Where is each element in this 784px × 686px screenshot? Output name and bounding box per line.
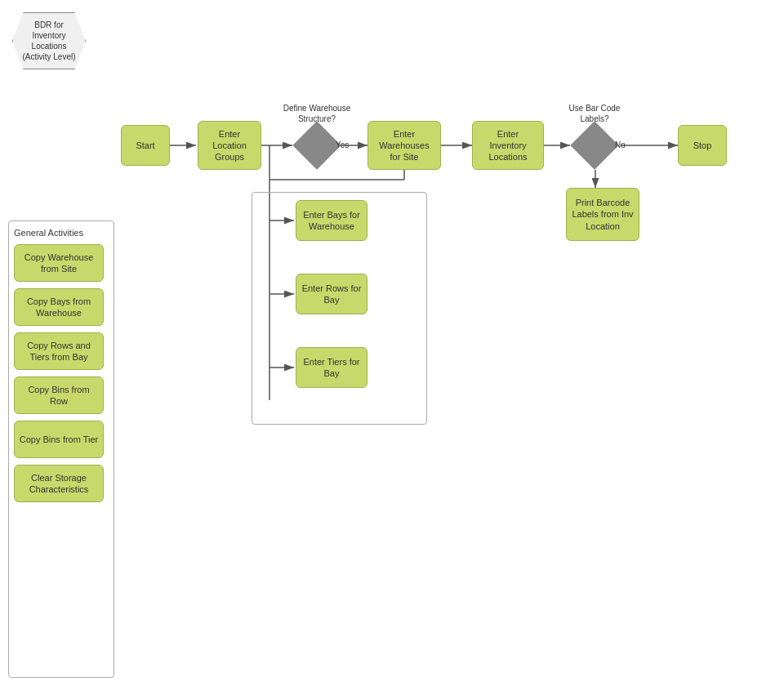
diamond1-container: Define Warehouse Structure? Yes xyxy=(292,121,341,170)
diamond2-container: Use Bar Code Labels? No xyxy=(570,121,619,170)
diamond1-shape xyxy=(292,121,341,169)
diamond1-label: Define Warehouse Structure? xyxy=(278,103,356,124)
barcode-box: Print Barcode Labels from Inv Location xyxy=(566,188,639,241)
diamond2-shape xyxy=(570,121,618,169)
start-box: Start xyxy=(121,125,170,166)
general-activities-panel: General Activities Copy Warehouse from S… xyxy=(8,220,114,678)
no-label: No xyxy=(615,140,626,149)
activity-copy-bins-tier: Copy Bins from Tier xyxy=(14,421,104,458)
panel-title: General Activities xyxy=(14,228,109,238)
activity-copy-bays: Copy Bays from Warehouse xyxy=(14,288,104,326)
rows-box: Enter Rows for Bay xyxy=(296,274,368,314)
inventory-locations-box: Enter Inventory Locations xyxy=(472,121,544,170)
title-hexagon: BDR for Inventory Locations (Activity Le… xyxy=(12,12,86,69)
activity-copy-rows-tiers: Copy Rows and Tiers from Bay xyxy=(14,332,104,370)
activity-clear-storage: Clear Storage Characteristics xyxy=(14,465,104,502)
activity-copy-bins-row: Copy Bins from Row xyxy=(14,376,104,414)
location-groups-box: Enter Location Groups xyxy=(198,121,261,170)
bays-box: Enter Bays for Warehouse xyxy=(296,200,368,241)
activity-copy-warehouse: Copy Warehouse from Site xyxy=(14,244,104,282)
diamond2-label: Use Bar Code Labels? xyxy=(558,103,631,124)
stop-box: Stop xyxy=(678,125,727,166)
warehouses-box: Enter Warehouses for Site xyxy=(368,121,441,170)
tiers-box: Enter Tiers for Bay xyxy=(296,347,368,388)
yes-label: Yes xyxy=(336,140,349,149)
